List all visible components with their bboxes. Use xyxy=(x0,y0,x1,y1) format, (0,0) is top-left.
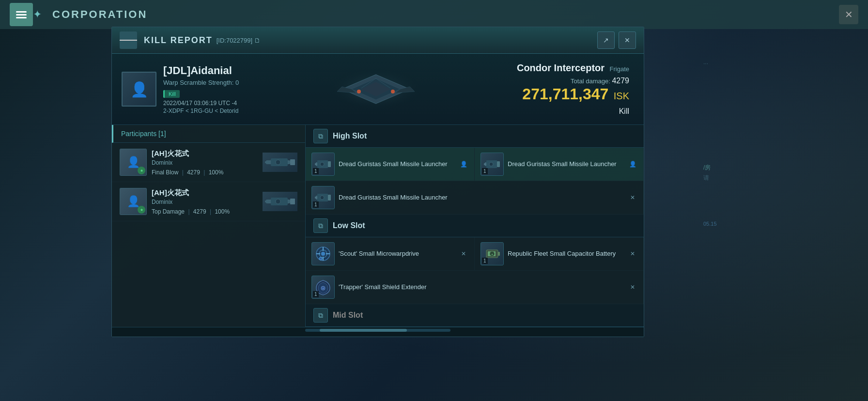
ship-image-area xyxy=(239,65,513,113)
kill-type: Kill xyxy=(513,107,629,116)
participant-ship-1: Dominix xyxy=(152,159,258,166)
weapon-icon-2 xyxy=(264,193,296,210)
svg-point-33 xyxy=(320,196,324,200)
high-item-action-1[interactable]: 👤 xyxy=(459,159,468,169)
participant-stats-2: Top Damage | 4279 | 100% xyxy=(152,208,258,215)
svg-rect-32 xyxy=(328,195,331,200)
high-item-action-2[interactable]: 👤 xyxy=(628,159,637,169)
ship-info: Condor Interceptor Frigate Total damage:… xyxy=(513,62,634,116)
low-slot-row-2: + 1 'Trapper' Small Shield Extender ✕ xyxy=(306,271,644,304)
horizontal-scrollbar[interactable] xyxy=(305,329,450,332)
high-item-icon-1: 1 xyxy=(311,153,335,176)
high-item-name-1: Dread Guristas Small Missile Launcher xyxy=(339,160,455,169)
slot-item-high-3: 1 Dread Guristas Small Missile Launcher … xyxy=(306,181,644,215)
kill-location: 2-XDPF < 1RG-GU < Detorid xyxy=(163,108,239,114)
top-bar: ✦ CORPORATION ✕ xyxy=(0,0,868,29)
low-item-close-2[interactable]: ✕ xyxy=(628,249,637,259)
low-item-name-3: 'Trapper' Small Shield Extender xyxy=(339,283,624,292)
participants-section: Participants [1] 👤 ★ [AH]火花式 Dominix Fin… xyxy=(112,125,306,327)
mid-slot-icon: ⧉ xyxy=(313,308,328,323)
participant-card: 👤 ★ [AH]火花式 Dominix Final Blow | 4279 | … xyxy=(112,143,305,182)
svg-point-37 xyxy=(321,252,325,256)
participant-weapon-1 xyxy=(263,153,297,172)
participant-stats-1: Final Blow | 4279 | 100% xyxy=(152,169,258,176)
low-slot-category: ⧉ Low Slot xyxy=(306,215,644,237)
svg-point-42 xyxy=(319,257,322,260)
slots-section: ⧉ High Slot 1 Dr xyxy=(306,125,644,327)
participant-ship-2: Dominix xyxy=(152,199,258,205)
svg-rect-27 xyxy=(497,161,500,167)
participants-title: Participants [1] xyxy=(112,125,305,143)
participant-name-2: [AH]火花式 xyxy=(152,188,258,198)
panel-title: KILL REPORT xyxy=(144,35,213,46)
svg-rect-24 xyxy=(315,163,317,165)
svg-text:+: + xyxy=(491,252,494,257)
svg-point-28 xyxy=(489,162,493,166)
svg-point-23 xyxy=(320,162,324,166)
weapon-icon-1 xyxy=(264,154,296,171)
low-item-name-2: Republic Fleet Small Capacitor Battery xyxy=(508,250,624,258)
hamburger-icon xyxy=(16,10,27,20)
panel-header: KILL REPORT [ID:7022799] 🗋 ↗ ✕ xyxy=(112,27,644,54)
low-item-name-1: 'Scout' Small Microwarpdrive xyxy=(339,250,455,258)
high-item-close-3[interactable]: ✕ xyxy=(628,193,637,202)
panel-close-button[interactable]: ✕ xyxy=(619,31,636,49)
isk-label: ISK xyxy=(614,91,629,101)
svg-rect-17 xyxy=(290,199,295,204)
svg-rect-19 xyxy=(265,200,269,202)
scroll-thumb[interactable] xyxy=(320,329,407,332)
high-slot-row-1: 1 Dread Guristas Small Missile Launcher … xyxy=(306,148,644,181)
low-item-close-3[interactable]: ✕ xyxy=(628,282,637,292)
panel-actions: ↗ ✕ xyxy=(597,31,636,49)
kill-header: 👤 [JDL]Aidanial Warp Scramble Strength: … xyxy=(112,54,644,125)
high-slot-label: High Slot xyxy=(333,132,367,140)
slot-item-low-1: 'Scout' Small Microwarpdrive ✕ xyxy=(306,237,475,271)
ship-class-name: Condor Interceptor Frigate xyxy=(513,62,629,74)
panel-id: [ID:7022799] 🗋 xyxy=(217,37,261,44)
high-slot-icon: ⧉ xyxy=(313,129,328,143)
low-item-close-1[interactable]: ✕ xyxy=(459,249,468,259)
slot-item-high-1: 1 Dread Guristas Small Missile Launcher … xyxy=(306,148,475,181)
mid-slot-category: ⧉ Mid Slot xyxy=(306,304,644,327)
ship-svg xyxy=(323,65,429,113)
low-item-icon-2: + 1 xyxy=(480,242,504,265)
export-button[interactable]: ↗ xyxy=(597,31,615,49)
svg-rect-48 xyxy=(498,252,500,256)
background-ui: ··· /房 请 05.15 xyxy=(703,58,858,227)
avatar-image: 👤 xyxy=(123,73,155,106)
hamburger-menu-button[interactable] xyxy=(10,3,33,26)
star-badge-2: ★ xyxy=(138,206,145,214)
participant-details-1: [AH]火花式 Dominix Final Blow | 4279 | 100% xyxy=(152,149,258,176)
panel-menu-button[interactable] xyxy=(120,31,137,49)
high-item-name-2: Dread Guristas Small Missile Launcher xyxy=(508,160,624,169)
isk-row: 271,711,347 ISK xyxy=(513,85,629,103)
victim-warp: Warp Scramble Strength: 0 xyxy=(163,79,239,86)
svg-rect-22 xyxy=(328,161,331,167)
slot-item-high-2: 1 Dread Guristas Small Missile Launcher … xyxy=(475,148,644,181)
low-item-icon-1 xyxy=(311,242,335,265)
low-item-icon-3: + 1 xyxy=(311,276,335,299)
low-slot-row-1: 'Scout' Small Microwarpdrive ✕ + xyxy=(306,237,644,271)
low-slot-icon: ⧉ xyxy=(313,218,328,233)
svg-point-7 xyxy=(391,90,395,93)
mid-slot-label: Mid Slot xyxy=(333,311,363,320)
svg-rect-34 xyxy=(315,197,317,199)
victim-info: [JDL]Aidanial Warp Scramble Strength: 0 … xyxy=(163,64,239,114)
high-item-icon-3: 1 xyxy=(311,186,335,209)
corporation-title: CORPORATION xyxy=(52,8,147,21)
svg-point-6 xyxy=(357,90,361,93)
damage-label-row: Total damage: 4279 xyxy=(513,77,629,85)
slot-item-low-2: + 1 Republic Fleet Small Capacitor Batte… xyxy=(475,237,644,271)
star-icon: ✦ xyxy=(33,8,42,21)
low-slot-label: Low Slot xyxy=(333,221,365,230)
svg-rect-14 xyxy=(265,161,269,163)
slot-item-low-3: + 1 'Trapper' Small Shield Extender ✕ xyxy=(306,271,644,304)
high-slot-category: ⧉ High Slot xyxy=(306,125,644,148)
svg-text:+: + xyxy=(322,286,325,291)
top-close-button[interactable]: ✕ xyxy=(839,5,858,24)
victim-avatar: 👤 xyxy=(122,72,156,107)
participant-avatar-2: 👤 ★ xyxy=(120,188,147,215)
panel-body: Participants [1] 👤 ★ [AH]火花式 Dominix Fin… xyxy=(112,125,644,327)
kill-badge: Kill xyxy=(163,90,180,98)
high-item-icon-2: 1 xyxy=(480,153,504,176)
